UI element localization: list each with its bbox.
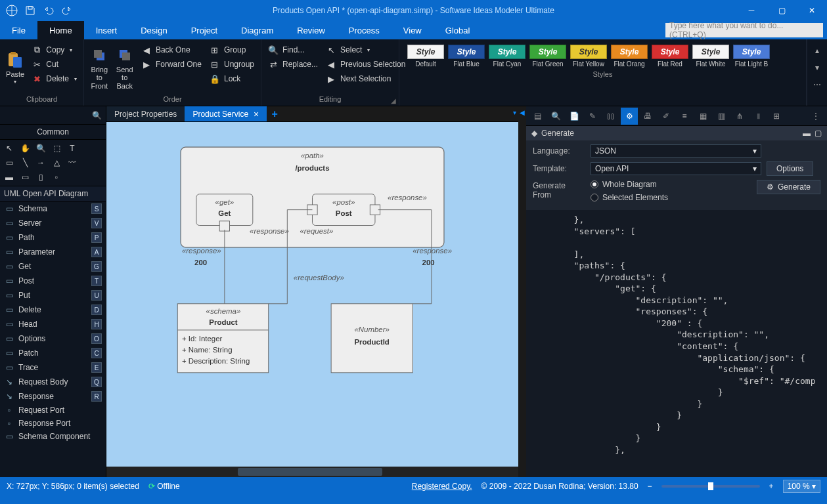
- hand-tool-icon[interactable]: ✋: [18, 142, 32, 154]
- back-one-button[interactable]: ◀Back One: [139, 43, 204, 56]
- rp-tool-2-icon[interactable]: 🔍: [547, 108, 564, 125]
- container4-icon[interactable]: ▫: [50, 171, 63, 183]
- tab-design[interactable]: Design: [129, 21, 179, 39]
- bring-front-button[interactable]: Bring to Front: [88, 42, 110, 94]
- tool-request-port[interactable]: ▫Request Port: [0, 404, 106, 417]
- zoom-tool-icon[interactable]: 🔍: [34, 142, 47, 154]
- tool-post[interactable]: ▭PostT: [0, 274, 106, 288]
- paste-button[interactable]: Paste▾: [4, 42, 26, 94]
- close-button[interactable]: ✕: [797, 0, 827, 21]
- rp-tool-14-icon[interactable]: ⊞: [768, 108, 785, 125]
- cut-button[interactable]: ✂Cut: [29, 58, 79, 71]
- language-select[interactable]: JSON▾: [591, 144, 761, 158]
- rp-tool-11-icon[interactable]: ▥: [713, 108, 730, 125]
- curve-tool-icon[interactable]: 〰: [66, 157, 79, 169]
- tool-get[interactable]: ▭GetG: [0, 259, 106, 274]
- options-button[interactable]: Options: [767, 161, 813, 176]
- group-button[interactable]: ⊞Group: [207, 43, 257, 56]
- delete-button[interactable]: ✖Delete▾: [29, 72, 79, 85]
- forward-one-button[interactable]: ▶Forward One: [139, 58, 204, 71]
- prev-selection-button[interactable]: ◀Previous Selection: [323, 58, 408, 71]
- rp-tool-10-icon[interactable]: ▦: [694, 108, 711, 125]
- style-swatch-2[interactable]: Style: [489, 45, 525, 59]
- zoom-level[interactable]: 100 % ▾: [783, 480, 820, 493]
- style-swatch-8[interactable]: Style: [733, 45, 770, 59]
- tool-request-body[interactable]: ↘Request BodyQ: [0, 375, 106, 389]
- style-swatch-0[interactable]: Style: [407, 45, 444, 59]
- style-swatch-3[interactable]: Style: [529, 45, 566, 59]
- copy-button[interactable]: ⧉Copy▾: [29, 43, 79, 56]
- lock-button[interactable]: 🔒Lock: [207, 72, 257, 85]
- style-down-icon[interactable]: ▾: [810, 60, 824, 75]
- rp-tool-generate-icon[interactable]: ⚙: [621, 108, 638, 125]
- diagram-canvas[interactable]: «path» /products «get» Get «post» Post «…: [106, 122, 518, 467]
- arrow-tool-icon[interactable]: →: [34, 157, 47, 169]
- minimize-button[interactable]: ─: [736, 0, 767, 21]
- rp-tool-4-icon[interactable]: ✎: [584, 108, 601, 125]
- save-icon[interactable]: [24, 4, 37, 17]
- rp-tool-menu-icon[interactable]: ⋮: [807, 108, 824, 125]
- editing-dialog-launcher[interactable]: ◢: [390, 96, 397, 104]
- tab-project-properties[interactable]: Project Properties: [106, 106, 185, 121]
- select-button[interactable]: ↖Select▾: [323, 43, 408, 56]
- tool-trace[interactable]: ▭TraceE: [0, 360, 106, 375]
- container3-icon[interactable]: ▯: [34, 171, 47, 183]
- tool-options[interactable]: ▭OptionsO: [0, 331, 106, 346]
- tool-server[interactable]: ▭ServerV: [0, 216, 106, 230]
- style-more-icon[interactable]: ⋯: [810, 77, 824, 92]
- tab-global[interactable]: Global: [434, 21, 482, 39]
- tab-product-service[interactable]: Product Service×: [185, 106, 267, 121]
- tab-diagram[interactable]: Diagram: [229, 21, 285, 39]
- maximize-button[interactable]: ▢: [767, 0, 797, 21]
- text-tool-icon[interactable]: T: [66, 142, 79, 154]
- tab-project[interactable]: Project: [179, 21, 229, 39]
- ribbon-search[interactable]: Type here what you want to do... (CTRL+Q…: [665, 23, 823, 37]
- replace-button[interactable]: ⇄Replace...: [265, 58, 321, 71]
- redo-icon[interactable]: [60, 4, 74, 17]
- poly-tool-icon[interactable]: △: [50, 157, 63, 169]
- rect-tool-icon[interactable]: ▭: [3, 157, 16, 169]
- tool-response[interactable]: ↘ResponseR: [0, 389, 106, 404]
- zoom-in-button[interactable]: +: [769, 482, 774, 491]
- tab-review[interactable]: Review: [285, 21, 337, 39]
- tab-process[interactable]: Process: [337, 21, 391, 39]
- style-swatch-5[interactable]: Style: [611, 45, 648, 59]
- canvas-hscroll[interactable]: [106, 467, 518, 477]
- tool-path[interactable]: ▭PathP: [0, 230, 106, 245]
- pointer-tool-icon[interactable]: ↖: [3, 142, 16, 154]
- tab-view[interactable]: View: [391, 21, 434, 39]
- zoom-out-button[interactable]: −: [648, 482, 652, 491]
- rp-tool-7-icon[interactable]: 🖶: [639, 108, 656, 125]
- rp-tool-12-icon[interactable]: ⋔: [731, 108, 748, 125]
- style-swatch-7[interactable]: Style: [692, 45, 729, 59]
- zoom-slider[interactable]: [661, 485, 760, 488]
- style-swatch-1[interactable]: Style: [448, 45, 485, 59]
- template-select[interactable]: Open API▾: [591, 162, 761, 175]
- send-back-button[interactable]: Send to Back: [113, 42, 135, 94]
- tool-schema-component[interactable]: ▭Schema Component: [0, 430, 106, 443]
- splitter-handle[interactable]: ◀: [518, 106, 526, 477]
- style-swatch-4[interactable]: Style: [570, 45, 607, 59]
- style-up-icon[interactable]: ▴: [810, 43, 824, 58]
- ungroup-button[interactable]: ⊟Ungroup: [207, 58, 257, 71]
- tool-patch[interactable]: ▭PatchC: [0, 346, 106, 360]
- generate-button[interactable]: ⚙Generate: [757, 180, 820, 194]
- find-button[interactable]: 🔍Find...: [265, 43, 321, 56]
- rp-tool-13-icon[interactable]: ⫴: [749, 108, 767, 125]
- registered-link[interactable]: Registered Copy.: [412, 482, 472, 491]
- radio-selected-elements[interactable]: Selected Elements: [591, 193, 751, 202]
- add-tab-button[interactable]: +: [267, 106, 282, 121]
- tool-head[interactable]: ▭HeadH: [0, 317, 106, 331]
- code-output[interactable]: }, "servers": [ ], "paths": { "/products…: [526, 210, 827, 477]
- tool-put[interactable]: ▭PutU: [0, 288, 106, 303]
- crop-tool-icon[interactable]: ⬚: [50, 142, 63, 154]
- style-swatch-6[interactable]: Style: [652, 45, 688, 59]
- tool-schema[interactable]: ▭SchemaS: [0, 201, 106, 216]
- rp-tool-1-icon[interactable]: ▤: [529, 108, 546, 125]
- tab-insert[interactable]: Insert: [84, 21, 129, 39]
- file-tab[interactable]: File: [0, 21, 37, 39]
- rp-tool-5-icon[interactable]: ⫿⫿: [602, 108, 619, 125]
- maximize-panel-icon[interactable]: ▢: [815, 129, 822, 138]
- container1-icon[interactable]: ▬: [3, 171, 16, 183]
- close-tab-icon[interactable]: ×: [254, 109, 259, 119]
